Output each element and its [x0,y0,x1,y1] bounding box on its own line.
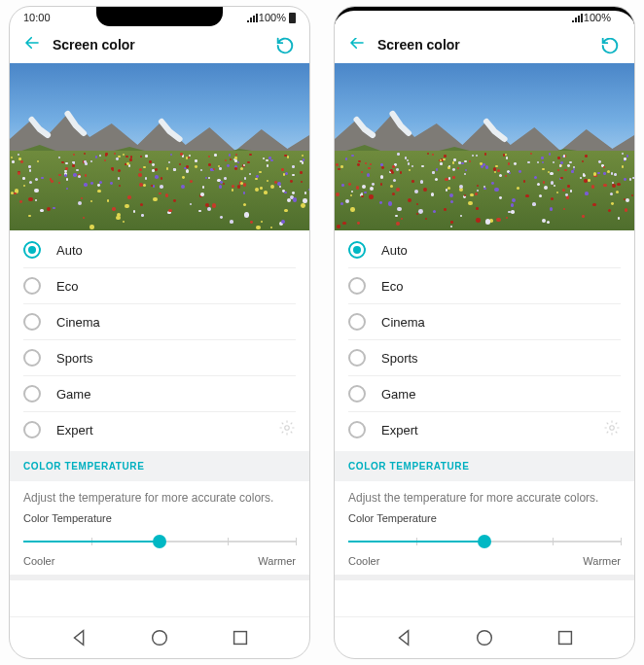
nav-back-button[interactable] [69,627,90,648]
mode-option-expert[interactable]: Expert [23,412,296,447]
mode-list: AutoEcoCinemaSportsGameExpert [10,230,309,447]
radio-icon [23,349,41,367]
svg-point-1 [153,631,167,646]
phone-right: 10:00 100% Screen color AutoEcoCinemaSpo… [334,6,635,659]
status-icons: 100% [246,12,296,23]
mode-label: Game [381,387,415,402]
mode-option-sports[interactable]: Sports [23,340,296,376]
nav-bar [10,616,309,658]
page-title: Screen color [377,37,588,52]
preview-image [335,63,634,230]
mode-label: Game [56,387,90,402]
battery-icon [614,13,621,23]
mode-option-auto[interactable]: Auto [348,232,621,268]
mode-option-eco[interactable]: Eco [348,268,621,304]
section-desc: Adjust the temperature for more accurate… [335,481,634,508]
section-title: COLOR TEMPERATURE [23,461,296,472]
status-icons: 100% [571,12,621,23]
radio-icon [23,241,41,259]
mode-option-auto[interactable]: Auto [23,232,296,268]
gear-icon[interactable] [603,419,621,440]
mode-option-sports[interactable]: Sports [348,340,621,376]
slider-min-label: Cooler [23,555,54,567]
svg-rect-5 [558,632,571,645]
svg-point-0 [285,426,290,431]
section-header: COLOR TEMPERATURE [10,451,309,481]
signal-icon [571,13,583,23]
svg-rect-2 [233,632,246,645]
radio-icon [348,241,366,259]
radio-icon [23,385,41,402]
slider-max-label: Warmer [583,555,621,567]
mode-label: Cinema [56,315,100,330]
mode-option-eco[interactable]: Eco [23,268,296,304]
radio-icon [348,277,366,295]
mode-label: Sports [56,351,93,366]
nav-bar [335,616,634,658]
nav-home-button[interactable] [149,627,170,648]
battery-icon [289,13,296,23]
radio-icon [348,385,366,402]
mode-option-expert[interactable]: Expert [348,412,621,447]
mode-option-cinema[interactable]: Cinema [23,304,296,340]
signal-icon [246,13,258,23]
radio-icon [23,421,41,438]
mode-label: Eco [56,279,78,294]
mode-label: Eco [381,279,403,294]
reset-button[interactable] [274,34,296,55]
gear-icon[interactable] [278,419,296,440]
mode-option-cinema[interactable]: Cinema [348,304,621,340]
radio-icon [348,421,366,438]
battery-pct: 100% [259,12,286,23]
mode-label: Auto [381,243,408,258]
preview-image [10,63,309,230]
slider-label: Color Temperature [23,512,296,524]
section-desc: Adjust the temperature for more accurate… [10,481,309,508]
phone-left: 10:00 100% Screen color AutoEcoCinemaSpo… [9,6,310,659]
section-title: COLOR TEMPERATURE [348,461,621,472]
nav-recent-button[interactable] [555,627,576,648]
radio-icon [23,313,41,331]
nav-recent-button[interactable] [230,627,251,648]
page-title: Screen color [53,37,263,52]
color-temp-slider[interactable] [348,530,621,553]
radio-icon [348,313,366,331]
status-time: 10:00 [23,12,51,23]
mode-option-game[interactable]: Game [23,376,296,412]
mode-label: Sports [381,351,418,366]
svg-point-4 [478,631,492,646]
radio-icon [23,277,41,295]
mode-list: AutoEcoCinemaSportsGameExpert [335,230,634,447]
status-bar: 10:00 100% [335,7,634,28]
mode-label: Expert [56,423,93,438]
mode-label: Cinema [381,315,425,330]
mode-option-game[interactable]: Game [348,376,621,412]
battery-pct: 100% [584,12,611,23]
svg-point-3 [610,426,615,431]
slider-label: Color Temperature [348,512,621,524]
status-time: 10:00 [348,12,376,23]
color-temp-slider[interactable] [23,530,296,553]
back-button[interactable] [23,34,41,55]
mode-label: Expert [381,423,418,438]
nav-home-button[interactable] [474,627,495,648]
header: Screen color [10,28,309,63]
slider-max-label: Warmer [258,555,296,567]
nav-back-button[interactable] [394,627,415,648]
mode-label: Auto [56,243,83,258]
section-header: COLOR TEMPERATURE [335,451,634,481]
slider-min-label: Cooler [348,555,379,567]
radio-icon [348,349,366,367]
